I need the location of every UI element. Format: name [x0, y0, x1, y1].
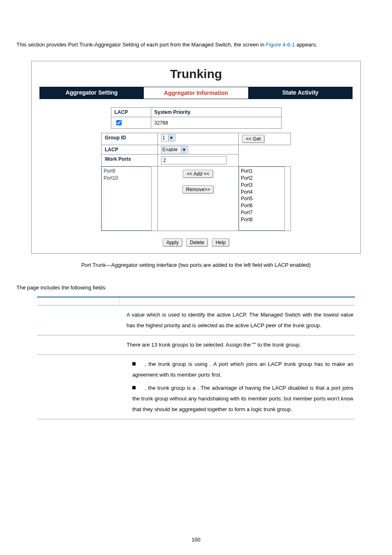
- config-table: Group ID 1 ▾ << Get LACP Enable ▾: [101, 133, 291, 231]
- description-table: A value which is used to identify the ac…: [37, 296, 355, 419]
- figure-link[interactable]: Figure 4-6-1: [266, 42, 295, 48]
- lacp-select-value: Enable: [162, 147, 178, 153]
- field-desc-cell: There are 13 trunk groups to be selected…: [125, 335, 355, 354]
- desc-text: There are 13 trunk groups to be selected…: [127, 342, 254, 348]
- list-item[interactable]: Port10: [104, 175, 150, 182]
- lacp-select[interactable]: Enable ▾: [161, 146, 188, 153]
- intro-post: appears.: [295, 42, 317, 48]
- list-item[interactable]: Port8: [241, 216, 283, 223]
- table-header-row: [37, 298, 355, 305]
- list-item[interactable]: Port5: [241, 195, 283, 202]
- table-row: There are 13 trunk groups to be selected…: [37, 335, 355, 355]
- group-id-cell: 1 ▾: [158, 133, 239, 145]
- fields-subheading: The page includes the following fields:: [16, 284, 376, 291]
- table-row: , the trunk group is using . A port whic…: [37, 355, 355, 419]
- tab-state-activity[interactable]: State Activity: [248, 87, 353, 99]
- square-bullet-icon: [132, 362, 136, 365]
- table-row: A value which is used to identify the ac…: [37, 305, 355, 335]
- field-desc-cell: , the trunk group is using . A port whic…: [125, 355, 355, 419]
- system-priority-header-cell: System Priority: [151, 108, 281, 117]
- field-name-cell: [37, 335, 125, 354]
- lacp-header-cell: LACP: [111, 108, 151, 117]
- help-button[interactable]: Help: [212, 238, 230, 247]
- right-ports-listbox[interactable]: Port1 Port2 Port3 Port4 Port5 Port6 Port…: [239, 166, 285, 231]
- get-cell: << Get: [239, 133, 291, 145]
- tab-aggregator-information[interactable]: Aggregator Information: [144, 87, 248, 99]
- left-ports-listbox[interactable]: Port9 Port10: [101, 166, 152, 231]
- apply-button[interactable]: Apply: [163, 238, 182, 247]
- desc-text: " to the trunk group.: [254, 342, 301, 348]
- right-ports-cell: Port1 Port2 Port3 Port4 Port5 Port6 Port…: [239, 166, 291, 231]
- list-item[interactable]: Port6: [241, 202, 283, 209]
- left-ports-cell: Port9 Port10: [101, 166, 158, 231]
- lacp-priority-table: LACP System Priority 32768: [111, 107, 281, 129]
- get-button[interactable]: << Get: [242, 135, 265, 143]
- lacp-row-cell: Enable ▾: [158, 145, 239, 155]
- field-name-cell: [37, 305, 125, 335]
- field-name-cell: [37, 355, 125, 419]
- desc-text: , the trunk group is a: [145, 385, 198, 391]
- tab-row: Aggregator Setting Aggregator Informatio…: [39, 87, 353, 99]
- intro-paragraph: This section provides Port Trunk-Aggrega…: [16, 38, 376, 51]
- add-button[interactable]: << Add <<: [183, 170, 213, 178]
- remove-button[interactable]: Remove>>: [182, 185, 214, 194]
- group-id-value: 1: [162, 135, 165, 141]
- page-number: 100: [0, 536, 392, 543]
- tab-aggregator-setting[interactable]: Aggregator Setting: [39, 87, 144, 99]
- list-item[interactable]: Port3: [241, 182, 283, 189]
- action-button-row: Apply Delete Help: [32, 238, 360, 253]
- lacp-checkbox-cell: [111, 117, 151, 129]
- group-id-label: Group ID: [101, 133, 158, 145]
- list-item[interactable]: Port1: [241, 168, 283, 175]
- square-bullet-icon: [132, 386, 136, 389]
- work-ports-cell: 2: [158, 155, 239, 166]
- desc-text: , the trunk group is using: [145, 361, 210, 367]
- list-item[interactable]: Port7: [241, 209, 283, 216]
- list-item[interactable]: Port9: [104, 168, 150, 175]
- screenshot-frame: Trunking Aggregator Setting Aggregator I…: [31, 61, 361, 254]
- group-id-select[interactable]: 1 ▾: [161, 134, 175, 141]
- dropdown-arrow-icon: ▾: [168, 135, 174, 141]
- work-ports-input[interactable]: 2: [161, 156, 227, 164]
- field-desc-cell: A value which is used to identify the ac…: [125, 305, 355, 335]
- system-priority-value[interactable]: 32768: [154, 120, 168, 126]
- work-ports-label: Work Ports: [101, 155, 158, 166]
- lacp-row-label: LACP: [101, 145, 158, 155]
- system-priority-value-cell: 32768: [151, 117, 281, 129]
- add-remove-cell: << Add << Remove>>: [158, 166, 239, 231]
- dropdown-arrow-icon: ▾: [181, 147, 187, 153]
- list-item[interactable]: Port2: [241, 175, 283, 182]
- lacp-checkbox[interactable]: [116, 120, 122, 125]
- intro-pre: This section provides Port Trunk-Aggrega…: [16, 42, 266, 48]
- screenshot-title: Trunking: [32, 61, 360, 87]
- figure-caption: Port Trunk—Aggregator setting interface …: [16, 262, 376, 268]
- delete-button[interactable]: Delete: [186, 238, 208, 247]
- list-item[interactable]: Port4: [241, 189, 283, 196]
